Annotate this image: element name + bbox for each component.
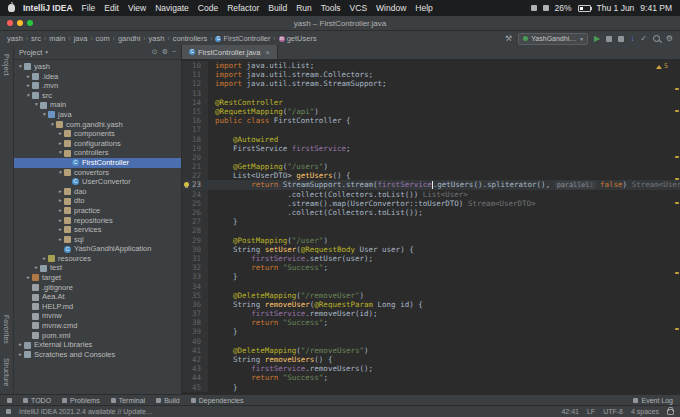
tree-toggle-icon[interactable]: ▾ xyxy=(25,91,32,101)
toolwindow-button-dependencies[interactable]: Dependencies xyxy=(191,397,244,404)
tree-toggle-icon[interactable]: ▸ xyxy=(57,206,64,216)
breadcrumb-item-main[interactable]: main xyxy=(49,34,65,43)
tree-item-dto[interactable]: ▸dto xyxy=(14,196,181,206)
line-number[interactable]: 40 xyxy=(182,337,208,346)
tree-toggle-icon[interactable]: ▸ xyxy=(41,254,48,264)
hide-panel-icon[interactable]: − xyxy=(172,48,176,56)
line-number[interactable]: 23 xyxy=(182,180,208,189)
menu-view[interactable]: View xyxy=(128,3,146,13)
tree-toggle-icon[interactable]: ▾ xyxy=(41,110,48,120)
line-number[interactable]: 34 xyxy=(182,282,208,291)
run-config-select[interactable]: YashGandhiApplication ▾ xyxy=(518,33,588,45)
line-number[interactable]: 41 xyxy=(182,346,208,355)
line-number[interactable]: 10 xyxy=(182,61,208,70)
status-message[interactable]: IntelliJ IDEA 2021.2.4 available // Upda… xyxy=(19,408,153,415)
line-number[interactable]: 35 xyxy=(182,291,208,300)
line-number[interactable]: 17 xyxy=(182,125,208,134)
tree-item-components[interactable]: ▸components xyxy=(14,129,181,139)
tree-toggle-icon[interactable]: ▸ xyxy=(25,72,32,82)
tree-toggle-icon[interactable]: ▸ xyxy=(33,263,40,273)
tree-toggle-icon[interactable]: ▸ xyxy=(25,273,32,283)
minimize-window-button[interactable] xyxy=(17,20,23,26)
menu-build[interactable]: Build xyxy=(268,3,287,13)
breadcrumb-item-FirstController[interactable]: CFirstController xyxy=(215,34,270,43)
tree-toggle-icon[interactable]: ▾ xyxy=(33,100,40,110)
line-number[interactable]: 36 xyxy=(182,300,208,309)
line-number[interactable]: 30 xyxy=(182,245,208,254)
tree-toggle-icon[interactable]: ▸ xyxy=(57,129,64,139)
tree-item--mvn[interactable]: ▸.mvn xyxy=(14,81,181,91)
panel-settings-icon[interactable]: ⚙ xyxy=(162,48,168,56)
menu-edit[interactable]: Edit xyxy=(104,3,119,13)
line-number[interactable]: 15 xyxy=(182,107,208,116)
tree-item-services[interactable]: ▸services xyxy=(14,225,181,235)
line-number[interactable]: 12 xyxy=(182,79,208,88)
menu-intellij-idea[interactable]: IntelliJ IDEA xyxy=(23,3,73,13)
tree-item--idea[interactable]: ▸.idea xyxy=(14,72,181,82)
intention-bulb-icon[interactable] xyxy=(184,182,189,187)
breadcrumb-item-com[interactable]: com xyxy=(96,34,110,43)
line-number[interactable]: 27 xyxy=(182,217,208,226)
line-number[interactable]: 32 xyxy=(182,263,208,272)
locate-file-icon[interactable]: ⊙ xyxy=(152,48,158,56)
tree-item-dao[interactable]: ▸dao xyxy=(14,187,181,197)
line-number[interactable]: 11 xyxy=(182,70,208,79)
tree-item-firstcontroller[interactable]: CFirstController xyxy=(14,158,181,168)
tree-toggle-icon[interactable]: ▸ xyxy=(25,81,32,91)
tree-item-yash[interactable]: ▾yash xyxy=(14,62,181,72)
tab-firstcontroller-java[interactable]: CFirstController.java× xyxy=(182,45,278,59)
tree-item-scratches-and-consoles[interactable]: ▸Scratches and Consoles xyxy=(14,350,181,360)
line-number[interactable]: 19 xyxy=(182,144,208,153)
menu-vcs[interactable]: VCS xyxy=(350,3,367,13)
tree-item-external-libraries[interactable]: ▸External Libraries xyxy=(14,340,181,350)
tree-item-practice[interactable]: ▸practice xyxy=(14,206,181,216)
breadcrumb-item-controllers[interactable]: controllers xyxy=(173,34,208,43)
line-number[interactable]: 13 xyxy=(182,89,208,98)
tree-item-com-gandhi-yash[interactable]: ▾com.gandhi.yash xyxy=(14,120,181,130)
tree-item-mvnw[interactable]: mvnw xyxy=(14,311,181,321)
debug-button[interactable] xyxy=(606,36,612,42)
tree-item-convertors[interactable]: ▾convertors xyxy=(14,168,181,178)
line-number[interactable]: 16 xyxy=(182,116,208,125)
tree-item-repositories[interactable]: ▸repositories xyxy=(14,216,181,226)
menubar-extra-icon-2[interactable] xyxy=(543,5,549,11)
tree-toggle-icon[interactable]: ▸ xyxy=(57,187,64,197)
commit-button[interactable]: ✓ xyxy=(640,35,647,43)
tree-item-pom-xml[interactable]: pom.xml xyxy=(14,331,181,341)
tree-item-yashgandhiapplication[interactable]: CYashGandhiApplication xyxy=(14,244,181,254)
stripe-button-structure[interactable]: Structure xyxy=(3,358,10,386)
breadcrumb-item-yash[interactable]: yash xyxy=(149,34,165,43)
menu-tools[interactable]: Tools xyxy=(321,3,341,13)
code-editor[interactable]: 5 10import java.util.List;11import java.… xyxy=(182,60,680,395)
tree-item-resources[interactable]: ▸resources xyxy=(14,254,181,264)
event-log-button[interactable]: Event Log xyxy=(633,397,673,404)
build-hammer-icon[interactable]: ⚒ xyxy=(505,35,512,43)
tree-toggle-icon[interactable]: ▾ xyxy=(57,168,64,178)
tree-toggle-icon[interactable]: ▸ xyxy=(57,225,64,235)
menu-run[interactable]: Run xyxy=(296,3,312,13)
breadcrumb-item-gandhi[interactable]: gandhi xyxy=(118,34,141,43)
tree-toggle-icon[interactable]: ▸ xyxy=(57,139,64,149)
toolwindow-button-todo[interactable]: TODO xyxy=(23,397,51,404)
update-project-button[interactable]: ↓ xyxy=(630,35,634,43)
line-number[interactable]: 14 xyxy=(182,98,208,107)
line-number[interactable]: 29 xyxy=(182,236,208,245)
search-everywhere-icon[interactable] xyxy=(653,35,660,42)
breadcrumb-item-java[interactable]: java xyxy=(74,34,88,43)
tree-toggle-icon[interactable]: ▾ xyxy=(17,62,24,72)
zoom-window-button[interactable] xyxy=(27,20,33,26)
tree-item-userconvertor[interactable]: CUserConvertor xyxy=(14,177,181,187)
tree-item-help-md[interactable]: HELP.md xyxy=(14,302,181,312)
profiler-button[interactable] xyxy=(618,36,624,42)
menu-file[interactable]: File xyxy=(82,3,96,13)
inspections-widget[interactable]: 5 xyxy=(656,62,668,71)
line-number[interactable]: 25 xyxy=(182,199,208,208)
line-number[interactable]: 38 xyxy=(182,318,208,327)
breadcrumb-item-getUsers[interactable]: mgetUsers xyxy=(279,34,317,43)
status-grid-icon[interactable] xyxy=(6,409,11,414)
tree-toggle-icon[interactable]: ▸ xyxy=(57,196,64,206)
menu-refactor[interactable]: Refactor xyxy=(227,3,259,13)
tree-item-controllers[interactable]: ▾controllers xyxy=(14,148,181,158)
line-number[interactable]: 28 xyxy=(182,226,208,235)
editor-scrollbar[interactable] xyxy=(673,60,680,395)
